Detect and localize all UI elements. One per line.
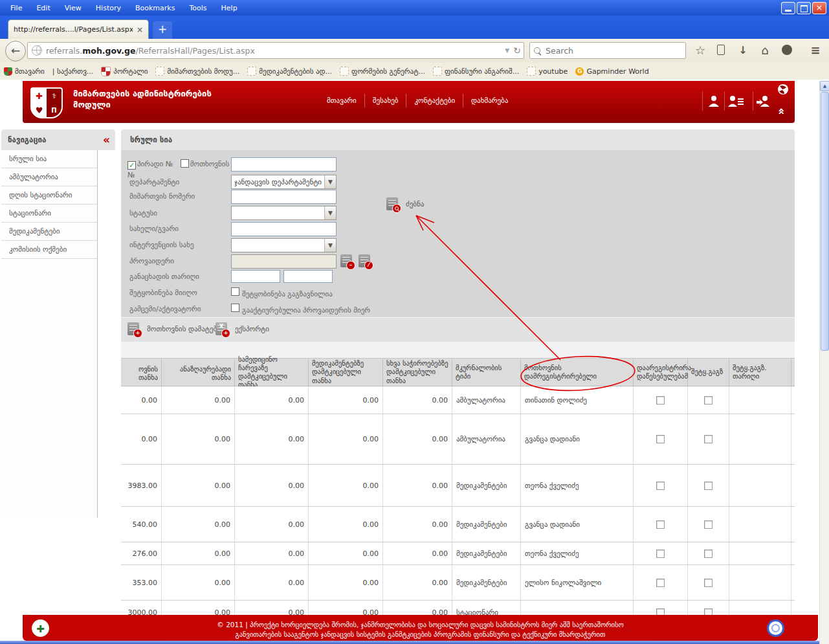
minimize-button[interactable] bbox=[781, 2, 795, 14]
chat-icon[interactable] bbox=[779, 43, 795, 58]
row-checkbox[interactable] bbox=[704, 520, 713, 529]
row-checkbox[interactable] bbox=[704, 396, 713, 405]
registered-checkbox-cell bbox=[634, 414, 688, 464]
notification-sent-checkbox[interactable] bbox=[231, 287, 239, 296]
sidebar-item-full-list[interactable]: სრული სია bbox=[1, 150, 97, 168]
nav-help[interactable]: დახმარება bbox=[463, 94, 516, 107]
add-request-button[interactable]: + მოთხოვნის დამატება bbox=[127, 322, 221, 335]
sidebar-item-medications[interactable]: მედიკამენტები bbox=[1, 223, 97, 241]
menu-help[interactable]: Help bbox=[221, 4, 238, 12]
scrollbar-track[interactable]: ▲ bbox=[819, 81, 829, 644]
menu-bookmarks[interactable]: Bookmarks bbox=[135, 4, 175, 12]
sidebar-item-commission-protocols[interactable]: კომისიის ოქმები bbox=[1, 241, 97, 259]
bookmark-item[interactable]: მედიკამენტების ად... bbox=[247, 67, 332, 76]
users-list-icon[interactable] bbox=[724, 91, 747, 111]
bookmark-item[interactable]: youtube bbox=[527, 67, 568, 76]
nav-home[interactable]: მთავარი bbox=[319, 94, 365, 107]
back-button[interactable]: ← bbox=[5, 41, 26, 61]
bookmark-item[interactable]: GGapminder World bbox=[575, 67, 648, 76]
bookmark-item[interactable]: მიმართვების მოდუ... bbox=[155, 67, 239, 76]
column-header-medical-approved[interactable]: სამედიცინო ჩარევაზე დამტკიცებული თანხა bbox=[235, 359, 309, 386]
search-button[interactable]: ძებნა bbox=[386, 197, 424, 210]
column-header-notif-sent-date[interactable]: შეტყ.გაგზ. თარიღი bbox=[729, 359, 791, 386]
name-input[interactable] bbox=[231, 222, 337, 236]
bookmark-item[interactable]: პორტალი bbox=[101, 67, 148, 76]
close-window-button[interactable]: × bbox=[812, 2, 826, 14]
menu-tools[interactable]: Tools bbox=[189, 4, 206, 12]
search-input[interactable] bbox=[544, 45, 681, 56]
row-checkbox[interactable] bbox=[656, 482, 665, 490]
bookmark-star-icon[interactable]: ☆ bbox=[692, 43, 708, 58]
user-profile-icon[interactable] bbox=[702, 91, 725, 111]
row-checkbox[interactable] bbox=[656, 608, 665, 615]
scrollbar-up-arrow[interactable]: ▲ bbox=[820, 81, 829, 91]
status-select[interactable]: ▼ bbox=[231, 206, 337, 220]
reload-icon[interactable]: ↻ bbox=[513, 45, 521, 56]
id-number-input[interactable] bbox=[231, 157, 337, 172]
row-checkbox[interactable] bbox=[704, 550, 713, 558]
restore-button[interactable] bbox=[797, 2, 811, 14]
menu-edit[interactable]: Edit bbox=[36, 4, 50, 12]
nav-about[interactable]: შესახებ bbox=[365, 94, 407, 107]
sidebar-item-hospital[interactable]: სტაციონარი bbox=[1, 205, 97, 223]
column-header-other-approved[interactable]: სხვა საჭიროებებზე დამტკიცებული თანხა bbox=[383, 359, 452, 386]
url-bar[interactable]: referrals.moh.gov.ge/ReferralsHall/Pages… bbox=[27, 42, 524, 59]
sidebar-title: ნავიგაცია bbox=[8, 135, 46, 144]
sidebar-collapse-icon[interactable]: « bbox=[103, 133, 109, 146]
bookmark-item[interactable]: | საქართვ... bbox=[52, 67, 93, 76]
menu-view[interactable]: View bbox=[65, 4, 82, 12]
row-checkbox[interactable] bbox=[704, 579, 713, 587]
request-no-checkbox[interactable] bbox=[181, 159, 189, 168]
personal-no-checkbox[interactable]: ✓ bbox=[127, 161, 136, 170]
bookmark-item[interactable]: ფინანსური ანგარიშ... bbox=[433, 67, 519, 76]
browser-tab[interactable]: http://referrals....l/Pages/List.aspx × bbox=[8, 19, 149, 39]
activated-by-provider-checkbox[interactable] bbox=[231, 304, 239, 312]
search-bar[interactable] bbox=[529, 42, 686, 59]
url-dropdown-icon[interactable]: ▼ bbox=[505, 47, 509, 54]
scrollbar-thumb[interactable] bbox=[821, 92, 829, 351]
column-header-treatment-type[interactable]: მკურნალობის ტიპი bbox=[452, 359, 521, 386]
nav-contacts[interactable]: კონტაქტები bbox=[406, 94, 463, 107]
column-header-registrar[interactable]: მოთხოვნის დამრეგისტრირებელი bbox=[521, 359, 634, 386]
bookmark-item[interactable]: ფორმების გენერატ... bbox=[340, 67, 425, 76]
notif-date-cell bbox=[729, 465, 791, 506]
row-checkbox[interactable] bbox=[656, 579, 665, 587]
app-footer: ✚ © 2011 | პროექტი ხორციელდება შრომის, ჯ… bbox=[23, 615, 818, 641]
bookmark-item[interactable]: მთავარი bbox=[4, 67, 45, 76]
logout-icon[interactable] bbox=[753, 91, 775, 111]
menu-history[interactable]: History bbox=[96, 4, 121, 12]
menu-file[interactable]: File bbox=[10, 4, 22, 12]
new-tab-button[interactable]: + bbox=[153, 21, 172, 39]
export-button[interactable]: X+ ექსპორტი bbox=[216, 322, 269, 335]
notif-date-cell bbox=[729, 565, 791, 600]
downloads-icon[interactable]: ↓ bbox=[735, 43, 751, 58]
provider-pick-button[interactable]: – bbox=[340, 254, 352, 267]
intervention-select[interactable]: ▼ bbox=[231, 238, 337, 252]
tab-close-icon[interactable]: × bbox=[137, 25, 143, 34]
row-checkbox[interactable] bbox=[704, 435, 713, 443]
column-header-notif-sent[interactable]: შეტყ.გაგზ bbox=[688, 359, 729, 386]
row-checkbox[interactable] bbox=[656, 520, 665, 529]
sidebar-item-ambulatory[interactable]: ამბულატორია bbox=[1, 168, 97, 186]
provider-clear-button[interactable]: ⁄ bbox=[359, 254, 370, 267]
column-header-meds-approved[interactable]: მედიკამენტებზე დამტკიცებული თანხა bbox=[309, 359, 383, 386]
row-checkbox[interactable] bbox=[704, 608, 713, 615]
globe-icon[interactable] bbox=[777, 83, 789, 98]
collapse-header-chevrons-icon[interactable]: « bbox=[775, 108, 788, 114]
row-checkbox[interactable] bbox=[704, 482, 713, 490]
column-header-registered-by-institution[interactable]: დაარეგისტრირა დაწესებულებამ bbox=[634, 359, 688, 386]
date-to-input[interactable] bbox=[283, 270, 333, 283]
column-header-reimbursable[interactable]: ანაზღაურებადი თანხა bbox=[162, 359, 235, 386]
home-icon[interactable]: ⌂ bbox=[757, 43, 773, 58]
date-from-input[interactable] bbox=[231, 270, 280, 283]
column-header-request-amount[interactable]: ოვნის თანხა bbox=[121, 359, 162, 386]
row-checkbox[interactable] bbox=[656, 435, 665, 443]
row-checkbox[interactable] bbox=[656, 396, 665, 405]
notif-date-cell bbox=[729, 542, 791, 564]
referral-no-input[interactable] bbox=[231, 190, 337, 204]
department-select[interactable]: ჯანდაცვის დეპარტამენტი (მე ▼ bbox=[231, 175, 337, 189]
sidebar-item-day-hospital[interactable]: დღის სტაციონარი bbox=[1, 186, 97, 205]
reading-list-icon[interactable] bbox=[713, 43, 729, 58]
row-checkbox[interactable] bbox=[656, 550, 665, 558]
hamburger-menu-icon[interactable]: ≡ bbox=[808, 43, 823, 58]
